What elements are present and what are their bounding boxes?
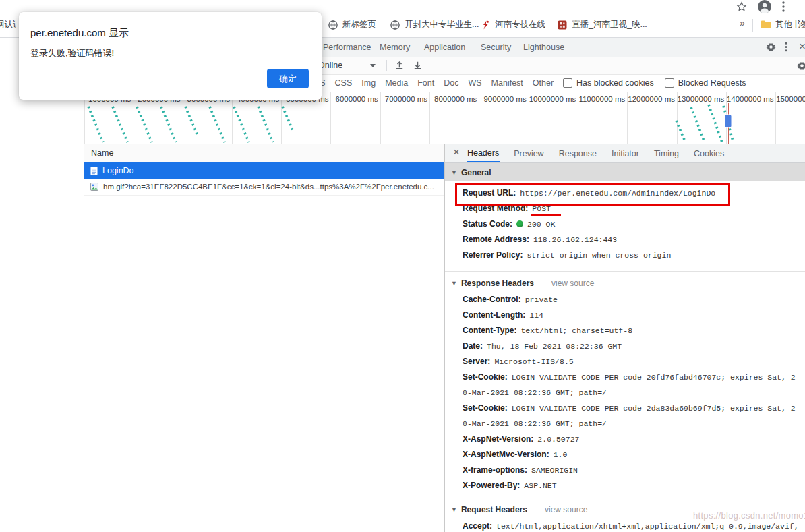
filter-doc[interactable]: Doc: [444, 78, 458, 88]
header-row: X-Powered-By:ASP.NET: [445, 478, 805, 494]
blocked-requests-checkbox[interactable]: [665, 78, 674, 88]
header-row: Set-Cookie:LOGIN_VALIDATE_CODE_PER=code=…: [445, 401, 805, 432]
devtools-close-icon[interactable]: ×: [799, 40, 805, 53]
bookmark-item-newtab[interactable]: 新标签页: [328, 19, 376, 30]
devtools-settings-gear-icon[interactable]: [766, 42, 776, 52]
filter-manifest[interactable]: Manifest: [491, 78, 523, 88]
request-table: Name LoginDo hm.gif?hca=31EF822D5CC4BE1F…: [84, 144, 444, 532]
tab-memory[interactable]: Memory: [380, 42, 410, 52]
general-section-header[interactable]: ▼General: [445, 163, 805, 181]
annotation-underline-post: [531, 214, 561, 216]
filter-css[interactable]: CSS: [335, 78, 353, 88]
other-bookmarks-folder[interactable]: 其他书签: [761, 19, 805, 30]
throttling-caret-icon[interactable]: [370, 64, 376, 67]
tab-lighthouse[interactable]: Lighthouse: [523, 42, 564, 52]
collapse-triangle-icon: ▼: [445, 280, 461, 287]
throttling-select[interactable]: Online: [318, 61, 342, 70]
request-name: LoginDo: [102, 166, 134, 175]
alert-dialog: per.enetedu.com 显示 登录失败,验证码错误! 确定: [19, 12, 322, 100]
filter-ws[interactable]: WS: [468, 78, 481, 88]
bookmark-item-zhibo[interactable]: 直播_河南卫视_映...: [557, 19, 647, 30]
tab-cookies[interactable]: Cookies: [693, 145, 725, 162]
request-details-panel: × Headers Preview Response Initiator Tim…: [444, 144, 805, 532]
folder-icon: [761, 20, 771, 30]
bookmark-item-partial[interactable]: 网认证: [0, 19, 16, 30]
timeline-activity-overlay: [84, 92, 805, 144]
bookmark-star-icon[interactable]: [736, 1, 747, 12]
request-name: hm.gif?hca=31EF822D5CC4BE1F&cc=1&ck=1&cl…: [103, 183, 434, 191]
header-row: Content-Length:114: [445, 307, 805, 323]
header-row: X-frame-options:SAMEORIGIN: [445, 463, 805, 478]
red-logo-icon: [480, 20, 491, 30]
view-source-link[interactable]: view source: [551, 278, 594, 288]
header-row: X-AspNet-Version:2.0.50727: [445, 432, 805, 447]
timeline-drag-handle: [725, 115, 732, 127]
annotation-box-request-url: [455, 183, 730, 206]
globe-icon: [390, 20, 400, 30]
import-har-icon[interactable]: [394, 60, 405, 70]
collapse-triangle-icon: ▼: [445, 506, 461, 513]
tv-seal-icon: [557, 20, 568, 30]
document-icon: [90, 167, 98, 175]
header-row: Accept:text/html,application/xhtml+xml,a…: [445, 519, 805, 532]
header-row: X-AspNetMvc-Version:1.0: [445, 447, 805, 463]
tab-initiator[interactable]: Initiator: [611, 145, 640, 162]
export-har-icon[interactable]: [413, 60, 423, 70]
tab-response[interactable]: Response: [558, 145, 597, 162]
filter-other[interactable]: Other: [533, 78, 554, 88]
tab-headers[interactable]: Headers: [467, 144, 500, 162]
tab-preview[interactable]: Preview: [513, 145, 544, 162]
filter-font[interactable]: Font: [417, 78, 434, 88]
header-row: Date:Thu, 18 Feb 2021 08:22:36 GMT: [445, 338, 805, 354]
bookmark-item-henan-zhuanji[interactable]: 河南专技在线: [480, 19, 545, 30]
alert-ok-button[interactable]: 确定: [267, 69, 309, 88]
globe-icon: [328, 20, 338, 30]
header-row: Set-Cookie:LOGIN_VALIDATE_CODE_PER=code=…: [445, 370, 805, 401]
collapse-triangle-icon: ▼: [445, 169, 461, 176]
status-ok-dot: [516, 220, 523, 227]
request-row-hmgif[interactable]: hm.gif?hca=31EF822D5CC4BE1F&cc=1&ck=1&cl…: [84, 179, 444, 196]
header-row: Cache-Control:private: [445, 292, 805, 307]
blocked-requests-label: Blocked Requests: [678, 78, 746, 88]
profile-avatar[interactable]: [758, 0, 771, 13]
bookmarks-divider: [752, 19, 753, 32]
tab-performance[interactable]: Performance: [323, 42, 371, 52]
header-row: Content-Type:text/html; charset=utf-8: [445, 323, 805, 338]
tab-security[interactable]: Security: [481, 42, 511, 52]
has-blocked-cookies-checkbox[interactable]: [563, 78, 572, 88]
view-source-link[interactable]: view source: [545, 505, 587, 514]
network-settings-gear-icon[interactable]: [797, 61, 805, 71]
alert-origin-title: per.enetedu.com 显示: [30, 27, 129, 40]
details-tabbar: × Headers Preview Response Initiator Tim…: [445, 144, 805, 163]
header-row: Referrer Policy:strict-origin-when-cross…: [445, 247, 805, 267]
header-row: Server:Microsoft-IIS/8.5: [445, 354, 805, 370]
request-row-logindo[interactable]: LoginDo: [84, 162, 444, 179]
header-row: Status Code:200 OK: [445, 216, 805, 232]
csdn-watermark: https://blog.csdn.net/momo1994: [693, 510, 805, 521]
header-row: Remote Address:118.26.162.124:443: [445, 232, 805, 247]
devtools-menu-icon[interactable]: [785, 42, 787, 52]
response-headers-section-header[interactable]: ▼Response Headersview source: [445, 271, 805, 292]
image-icon: [90, 183, 98, 191]
tab-timing[interactable]: Timing: [653, 145, 680, 162]
filter-media[interactable]: Media: [385, 78, 408, 88]
browser-window: 网认证 新标签页 开封大中专毕业生... 河南专技在线 直播_河南卫视_映...: [0, 0, 805, 532]
request-table-name-header[interactable]: Name: [84, 144, 444, 162]
alert-message: 登录失败,验证码错误!: [30, 47, 114, 59]
browser-menu-icon[interactable]: [782, 1, 785, 12]
close-details-icon[interactable]: ×: [445, 146, 467, 160]
filter-img[interactable]: Img: [361, 78, 376, 88]
bookmark-item-kaifeng[interactable]: 开封大中专毕业生...: [390, 19, 479, 30]
headers-content: Request URL:https://per.enetedu.com/Admi…: [445, 181, 805, 532]
bookmarks-overflow-chevron[interactable]: »: [740, 18, 745, 28]
tab-application[interactable]: Application: [424, 42, 465, 52]
has-blocked-cookies-label: Has blocked cookies: [576, 78, 654, 88]
